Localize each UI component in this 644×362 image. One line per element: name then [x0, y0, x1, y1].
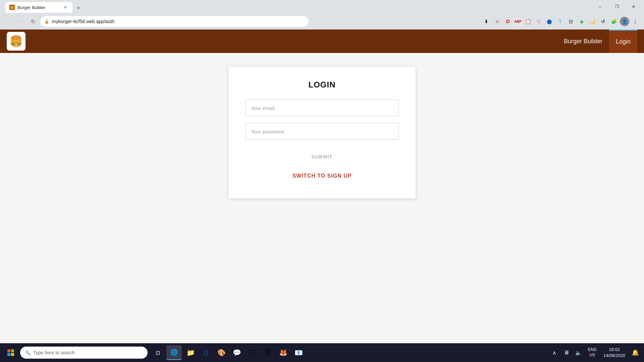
login-title: LOGIN: [309, 80, 336, 89]
address-bar[interactable]: 🔒 myburger-6cf58.web.app/auth: [40, 16, 309, 27]
submit-button[interactable]: SUBMIT: [245, 150, 399, 164]
close-button[interactable]: ✕: [626, 0, 641, 13]
lang-code: ENG: [588, 347, 597, 353]
lock-icon: 🔒: [44, 19, 49, 24]
nav-burger-builder[interactable]: Burger Builder: [557, 29, 609, 53]
window-controls: ─ ❐ ✕: [592, 0, 641, 13]
minimize-button[interactable]: ─: [592, 0, 608, 13]
password-input[interactable]: [245, 123, 399, 140]
address-text: myburger-6cf58.web.app/auth: [52, 19, 114, 24]
whatsapp-icon[interactable]: 💬: [229, 345, 244, 360]
menu-button[interactable]: ⋮: [631, 17, 640, 26]
taskbar: 🔍 Type here to search ⊡ 🌐 📁 ⟨⟩ 🎨 💬 🛡 🗄 🦊…: [0, 343, 644, 362]
nav-login[interactable]: Login: [609, 29, 637, 53]
password-field-wrapper: [245, 123, 399, 140]
notification-button[interactable]: 🔔: [629, 347, 641, 359]
logo-sq-4: [11, 353, 14, 356]
ext-icon-4[interactable]: T: [555, 17, 565, 26]
tab-favicon: 🍔: [9, 5, 15, 10]
extensions-button[interactable]: 🧩: [609, 17, 619, 26]
region-code: US: [590, 353, 595, 358]
chrome-icon: 🌐: [170, 349, 178, 356]
logo-sq-1: [7, 349, 10, 352]
ext-icon-8[interactable]: ↺: [598, 17, 608, 26]
switch-to-signup-link[interactable]: SWITCH TO SIGN UP: [245, 170, 399, 182]
ext-icon-2[interactable]: ⬡: [534, 17, 543, 26]
tray-up-arrow[interactable]: ∧: [549, 347, 560, 358]
logo-sq-2: [11, 349, 14, 352]
browser-chrome: 🍔 Burger Builder ✕ + ─ ❐ ✕ ← → ↻ 🔒 mybur…: [0, 0, 644, 29]
system-clock[interactable]: 18:02 14/08/2020: [601, 347, 628, 359]
bookmark-icon[interactable]: ☆: [492, 17, 502, 26]
firefox-icon[interactable]: 🦊: [276, 345, 290, 360]
start-button[interactable]: [3, 345, 19, 361]
vscode-icon[interactable]: ⟨⟩: [199, 345, 213, 360]
tab-close-button[interactable]: ✕: [62, 4, 68, 10]
tray-volume-icon[interactable]: 🔈: [573, 347, 584, 358]
taskbar-right: ∧ 🖥 🔈 ENG US 18:02 14/08/2020 🔔: [549, 347, 641, 359]
taskbar-search[interactable]: 🔍 Type here to search: [20, 347, 148, 359]
page-body: LOGIN SUBMIT SWITCH TO SIGN UP: [0, 53, 644, 343]
browser-icons: ⬇ ☆ O ABP 📋 ⬡ ⬤ T ⊡ ◆ 🌙 ↺ 🧩 👤 ⋮: [482, 17, 640, 26]
adblock-icon[interactable]: ABP: [514, 17, 522, 25]
address-bar-row: ← → ↻ 🔒 myburger-6cf58.web.app/auth ⬇ ☆ …: [0, 13, 644, 29]
ext-icon-5[interactable]: ⊡: [566, 17, 576, 26]
windows-logo: [7, 349, 14, 356]
title-bar: 🍔 Burger Builder ✕ + ─ ❐ ✕: [0, 0, 644, 13]
login-card: LOGIN SUBMIT SWITCH TO SIGN UP: [228, 66, 416, 199]
ext-icon-6[interactable]: ◆: [577, 17, 586, 26]
logo-sq-3: [7, 353, 10, 356]
db-icon[interactable]: 🗄: [260, 345, 275, 360]
reload-button[interactable]: ↻: [28, 17, 38, 26]
opera-icon[interactable]: O: [503, 17, 513, 26]
ext-icon-3[interactable]: ⬤: [545, 17, 554, 26]
download-icon[interactable]: ⬇: [482, 17, 491, 26]
forward-button[interactable]: →: [16, 17, 25, 26]
profile-icon[interactable]: 👤: [620, 17, 629, 26]
paint-icon[interactable]: 🎨: [214, 345, 229, 360]
nav-links: Burger Builder Login: [557, 29, 637, 53]
app-content: 🍔 Burger Builder Login LOGIN SUBMIT SWIT…: [0, 29, 644, 343]
new-tab-button[interactable]: +: [74, 3, 83, 13]
email-input[interactable]: [245, 100, 399, 116]
search-icon: 🔍: [25, 350, 31, 355]
app-navbar: 🍔 Burger Builder Login: [0, 29, 644, 53]
taskbar-chrome-app[interactable]: 🌐: [166, 345, 182, 360]
task-view-button[interactable]: ⊡: [150, 345, 165, 360]
ext-icon-7[interactable]: 🌙: [588, 17, 597, 26]
file-explorer-icon[interactable]: 📁: [183, 345, 198, 360]
tab-title: Burger Builder: [17, 5, 60, 10]
back-button[interactable]: ←: [4, 17, 13, 26]
language-indicator[interactable]: ENG US: [585, 347, 599, 358]
burger-icon: 🍔: [9, 35, 23, 48]
ext-icon-1[interactable]: 📋: [523, 17, 533, 26]
email-field-wrapper: [245, 100, 399, 116]
search-placeholder: Type here to search: [33, 350, 75, 355]
shield-icon[interactable]: 🛡: [245, 345, 260, 360]
clock-date: 14/08/2020: [603, 353, 625, 359]
system-tray: ∧ 🖥 🔈: [549, 347, 584, 358]
tray-network-icon[interactable]: 🖥: [561, 347, 572, 358]
mail-icon[interactable]: 📧: [291, 345, 306, 360]
app-logo[interactable]: 🍔: [7, 32, 25, 51]
tab-bar: 🍔 Burger Builder ✕ +: [3, 1, 592, 13]
maximize-button[interactable]: ❐: [609, 0, 625, 13]
active-tab[interactable]: 🍔 Burger Builder ✕: [5, 2, 72, 13]
clock-time: 18:02: [609, 347, 620, 353]
taskbar-pinned-icons: 📁 ⟨⟩ 🎨 💬 🛡 🗄 🦊 📧: [183, 345, 306, 360]
